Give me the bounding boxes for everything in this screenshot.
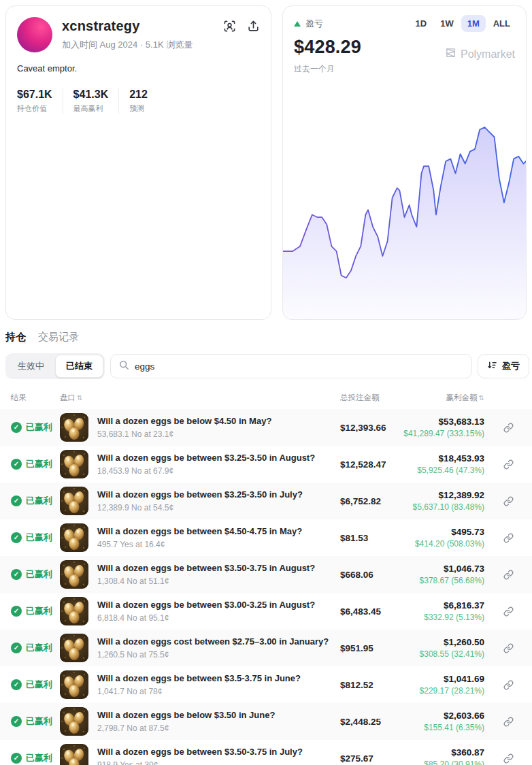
profit-amount: $378.67 (56.68%) — [403, 576, 484, 585]
link-cell[interactable] — [484, 533, 532, 543]
market-title: Will a dozen eggs cost between $2.75–3.0… — [97, 636, 329, 648]
market-eggs-image — [60, 450, 88, 478]
market-title: Will a dozen eggs be between $4.50-4.75 … — [97, 526, 302, 538]
profit-amount: $85.20 (30.91%) — [403, 760, 484, 765]
bet-amount: $12,528.47 — [340, 459, 403, 470]
table-row[interactable]: ✓ 已赢利 Will a dozen eggs be — [0, 740, 532, 765]
result-icon: ✓ — [11, 422, 22, 433]
table-row[interactable]: ✓ 已赢利 Will a dozen eggs be — [0, 666, 532, 703]
tab-positions[interactable]: 持仓 — [5, 331, 26, 344]
range-all[interactable]: ALL — [487, 15, 516, 32]
market-title: Will a dozen eggs be below $4.50 in May? — [97, 416, 271, 427]
link-icon[interactable] — [503, 717, 514, 727]
result-icon: ✓ — [11, 495, 22, 506]
pnl-sparkline-chart — [283, 76, 526, 319]
market-title: Will a dozen eggs be between $3.25-3.50 … — [97, 489, 303, 501]
range-1m[interactable]: 1M — [461, 15, 486, 32]
sort-glyph-icon: ⇅ — [479, 394, 484, 402]
bet-amount: $951.95 — [340, 643, 403, 653]
bet-amount: $2,448.25 — [340, 717, 403, 727]
market-eggs-image — [60, 413, 88, 442]
segment-ended[interactable]: 已结束 — [55, 355, 103, 378]
market-eggs-image — [60, 487, 88, 515]
range-1d[interactable]: 1D — [410, 15, 433, 32]
polymarket-watermark: Polymarket — [445, 47, 515, 61]
table-row[interactable]: ✓ 已赢利 Will a dozen eggs be — [0, 556, 532, 593]
search-input[interactable] — [135, 361, 463, 372]
link-icon[interactable] — [503, 753, 514, 764]
search-box[interactable] — [110, 354, 472, 378]
win-amount: $1,260.50 — [403, 637, 484, 647]
sort-button[interactable]: 盈亏 — [478, 354, 529, 378]
table-row[interactable]: ✓ 已赢利 Will a dozen eggs be — [0, 703, 532, 740]
profile-stats: $67.1K 持仓价值 $41.3K 最高赢利 212 预测 — [17, 88, 260, 114]
top-cards: xcnstrategy 加入时间 Aug 2024 · 5.1K 浏览量 Cav… — [0, 0, 532, 320]
win-amount: $360.87 — [403, 747, 484, 758]
win-amount: $2,603.66 — [403, 711, 484, 721]
header-profit[interactable]: 赢利金额⇅ — [403, 393, 484, 403]
link-cell[interactable] — [484, 423, 532, 433]
result-label: 已赢利 — [26, 605, 52, 617]
table-row[interactable]: ✓ 已赢利 Will a dozen eggs be — [0, 446, 532, 483]
link-icon[interactable] — [503, 606, 514, 617]
link-icon[interactable] — [503, 533, 514, 543]
link-cell[interactable] — [484, 643, 532, 653]
market-title: Will a dozen eggs be between $3.5-3.75 i… — [97, 673, 301, 685]
link-cell[interactable] — [484, 753, 532, 764]
sort-icon — [487, 360, 497, 372]
market-title: Will a dozen eggs be between $3.00-3.25 … — [97, 600, 315, 611]
pnl-card: 盈亏 1D 1W 1M ALL $428.29 Polymarket 过去一个 — [282, 5, 527, 320]
link-icon[interactable] — [503, 680, 514, 690]
win-amount: $1,046.73 — [403, 564, 484, 574]
link-icon[interactable] — [503, 459, 514, 470]
link-icon[interactable] — [503, 643, 514, 653]
link-icon[interactable] — [503, 496, 514, 506]
market-title: Will a dozen eggs be between $3.50-3.75 … — [97, 563, 315, 574]
result-label: 已赢利 — [26, 495, 52, 507]
market-position: 6,818.4 No at 95.1¢ — [97, 613, 315, 623]
result-label: 已赢利 — [26, 568, 52, 581]
table-row[interactable]: ✓ 已赢利 Will a dozen eggs cos — [0, 630, 532, 666]
positions-table: ✓ 已赢利 Will a dozen eggs be — [0, 409, 532, 765]
header-bet[interactable]: 总投注金额 — [340, 393, 403, 403]
link-cell[interactable] — [484, 570, 532, 580]
bet-amount: $6,483.45 — [340, 606, 403, 617]
scan-icon[interactable] — [223, 20, 236, 33]
result-label: 已赢利 — [26, 715, 52, 728]
profit-amount: $332.92 (5.13%) — [403, 613, 484, 622]
profile-bio: Caveat emptor. — [17, 63, 260, 74]
table-row[interactable]: ✓ 已赢利 Will a dozen eggs be — [0, 519, 532, 556]
profit-amount: $308.55 (32.41%) — [403, 649, 484, 659]
header-market[interactable]: 盘口⇅ — [60, 393, 340, 403]
result-icon: ✓ — [11, 532, 22, 543]
market-position: 2,798.7 No at 87.5¢ — [97, 723, 275, 733]
bet-amount: $12,393.66 — [340, 423, 403, 433]
header-result[interactable]: 结果 — [11, 393, 60, 403]
result-label: 已赢利 — [26, 421, 52, 434]
table-row[interactable]: ✓ 已赢利 Will a dozen eggs be — [0, 409, 532, 446]
profit-amount: $5,637.10 (83.48%) — [403, 502, 484, 512]
link-icon[interactable] — [503, 423, 514, 433]
result-icon: ✓ — [11, 679, 22, 690]
link-icon[interactable] — [503, 570, 514, 580]
table-row[interactable]: ✓ 已赢利 Will a dozen eggs be — [0, 593, 532, 630]
filter-bar: 生效中 已结束 盈亏 — [0, 346, 532, 385]
link-cell[interactable] — [484, 496, 532, 506]
link-cell[interactable] — [484, 459, 532, 470]
result-icon: ✓ — [11, 569, 22, 580]
link-cell[interactable] — [484, 606, 532, 617]
range-1w[interactable]: 1W — [434, 15, 460, 32]
market-eggs-image — [60, 523, 88, 552]
bet-amount: $6,752.82 — [340, 496, 403, 506]
profile-meta: 加入时间 Aug 2024 · 5.1K 浏览量 — [62, 39, 193, 51]
tab-trade-history[interactable]: 交易记录 — [38, 331, 79, 344]
link-cell[interactable] — [484, 717, 532, 727]
profit-amount: $41,289.47 (333.15%) — [403, 429, 484, 438]
segment-active[interactable]: 生效中 — [7, 355, 55, 378]
link-cell[interactable] — [484, 680, 532, 690]
table-row[interactable]: ✓ 已赢利 Will a dozen eggs be — [0, 483, 532, 519]
result-icon: ✓ — [11, 606, 22, 617]
profit-amount: $5,925.46 (47.3%) — [403, 466, 484, 475]
stat-predictions: 212 预测 — [129, 88, 158, 114]
share-icon[interactable] — [247, 20, 260, 33]
